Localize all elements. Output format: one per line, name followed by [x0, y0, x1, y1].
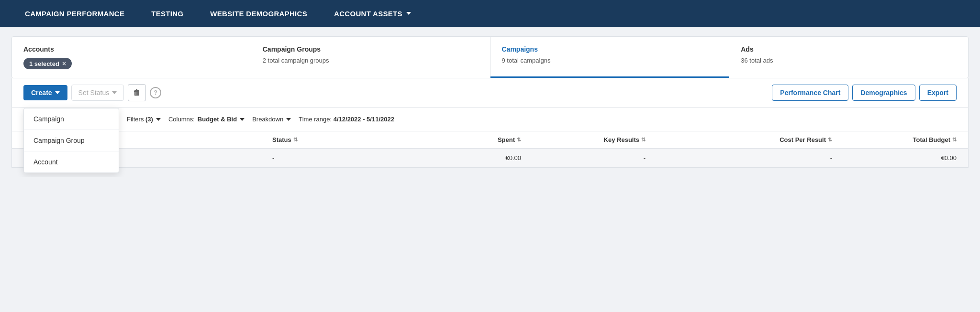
filter-row: Filters (3) Columns: Budget & Bid Breakd… — [11, 108, 969, 131]
sort-icon-key-results: ⇅ — [641, 137, 646, 143]
create-button[interactable]: Create — [23, 85, 67, 100]
time-range[interactable]: Time range: 4/12/2022 - 5/11/2022 — [299, 116, 402, 123]
filters-button[interactable]: Filters (3) — [127, 116, 161, 123]
filters-dropdown-icon — [156, 118, 161, 121]
dropdown-account[interactable]: Account — [24, 151, 119, 172]
table-row[interactable]: - €0.00 - - €0.00 — [11, 149, 969, 168]
sort-icon-cost-per-result: ⇅ — [828, 137, 832, 143]
dropdown-campaign[interactable]: Campaign — [24, 108, 119, 130]
nav-campaign-performance[interactable]: CAMPAIGN PERFORMANCE — [11, 0, 138, 27]
nav-account-assets[interactable]: ACCOUNT ASSETS — [321, 0, 424, 27]
badge-clear-button[interactable]: × — [62, 60, 66, 67]
cell-key-results: - — [521, 154, 646, 161]
performance-chart-button[interactable]: Performance Chart — [772, 85, 848, 101]
account-assets-dropdown-icon — [406, 12, 411, 15]
breadcrumb-campaigns[interactable]: Campaigns 9 total campaigns — [490, 37, 730, 78]
col-header-key-results[interactable]: Key Results ⇅ — [521, 136, 646, 143]
campaigns-title: Campaigns — [502, 45, 718, 53]
time-range-dropdown-icon — [398, 118, 403, 121]
breadcrumb-campaign-groups[interactable]: Campaign Groups 2 total campaign groups — [251, 37, 490, 78]
ads-count: 36 total ads — [741, 57, 957, 64]
table-header: e ⇅ Status ⇅ Spent ⇅ Key Results ⇅ Cost … — [11, 131, 969, 149]
col-header-total-budget[interactable]: Total Budget ⇅ — [832, 136, 957, 143]
campaign-groups-count: 2 total campaign groups — [263, 57, 479, 64]
create-dropdown-menu: Campaign Campaign Group Account — [23, 108, 119, 173]
demographics-button[interactable]: Demographics — [852, 85, 915, 101]
top-nav: CAMPAIGN PERFORMANCE TESTING WEBSITE DEM… — [0, 0, 980, 27]
export-button[interactable]: Export — [919, 85, 957, 101]
sort-icon-spent: ⇅ — [517, 137, 521, 143]
delete-button[interactable]: 🗑 — [128, 84, 146, 101]
campaign-groups-title: Campaign Groups — [263, 45, 479, 53]
campaigns-count: 9 total campaigns — [502, 57, 718, 64]
col-header-status[interactable]: Status ⇅ — [272, 136, 397, 143]
breadcrumb-panel: Accounts 1 selected × Campaign Groups 2 … — [11, 36, 969, 78]
main-content: Accounts 1 selected × Campaign Groups 2 … — [0, 27, 980, 177]
delete-icon: 🗑 — [133, 88, 141, 97]
cell-status: - — [272, 154, 397, 161]
toolbar-right: Performance Chart Demographics Export — [772, 85, 957, 101]
breadcrumb-accounts[interactable]: Accounts 1 selected × — [12, 37, 251, 78]
cell-cost-per-result: - — [646, 154, 832, 161]
columns-dropdown-icon — [240, 118, 245, 121]
ads-title: Ads — [741, 45, 957, 53]
nav-testing[interactable]: TESTING — [138, 0, 197, 27]
columns-selector[interactable]: Columns: Budget & Bid — [168, 116, 245, 123]
breadcrumb-ads[interactable]: Ads 36 total ads — [729, 37, 968, 78]
col-header-cost-per-result[interactable]: Cost Per Result ⇅ — [646, 136, 832, 143]
cell-total-budget: €0.00 — [832, 154, 957, 161]
help-icon: ? — [154, 89, 157, 96]
set-status-dropdown-icon — [112, 91, 117, 94]
sort-icon-total-budget: ⇅ — [952, 137, 957, 143]
sort-icon-status: ⇅ — [293, 137, 298, 143]
create-dropdown-icon — [55, 91, 60, 94]
col-header-spent[interactable]: Spent ⇅ — [397, 136, 521, 143]
cell-spent: €0.00 — [397, 154, 521, 161]
nav-website-demographics[interactable]: WEBSITE DEMOGRAPHICS — [197, 0, 321, 27]
dropdown-campaign-group[interactable]: Campaign Group — [24, 130, 119, 151]
breakdown-selector[interactable]: Breakdown — [252, 116, 291, 123]
accounts-selected-badge[interactable]: 1 selected × — [23, 58, 72, 69]
set-status-button[interactable]: Set Status — [71, 85, 124, 101]
breakdown-dropdown-icon — [286, 118, 291, 121]
toolbar: Create Set Status 🗑 ? Performance Chart … — [11, 78, 969, 108]
accounts-title: Accounts — [23, 45, 239, 53]
help-button[interactable]: ? — [150, 87, 161, 98]
